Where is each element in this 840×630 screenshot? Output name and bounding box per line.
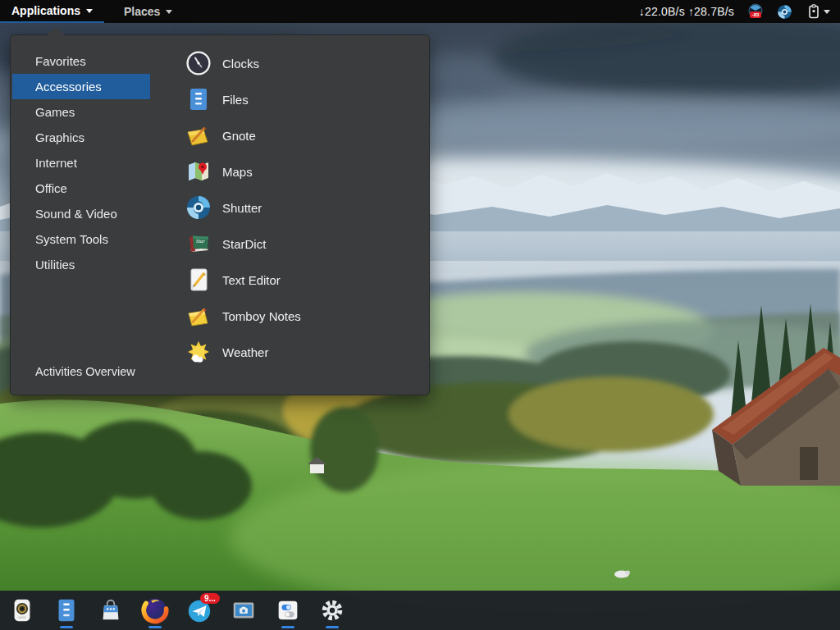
- menu-app-gnote[interactable]: Gnote: [185, 117, 423, 153]
- dock-screenshot-tool[interactable]: [221, 591, 266, 630]
- applications-label: Applications: [11, 4, 80, 17]
- category-internet[interactable]: Internet: [12, 150, 150, 176]
- notification-badge: 9...: [200, 593, 220, 604]
- stardict-icon: Star: [185, 231, 212, 257]
- dock-telegram[interactable]: 9...: [177, 591, 221, 630]
- screenshot-tool-icon: [230, 596, 258, 624]
- clocks-icon: [185, 50, 212, 76]
- maps-icon: [185, 158, 212, 185]
- category-sound-video[interactable]: Sound & Video: [12, 201, 150, 226]
- app-label: Gnote: [222, 129, 256, 143]
- app-label: Files: [222, 93, 249, 107]
- system-menu-icon[interactable]: [806, 3, 830, 20]
- app-label: Weather: [222, 345, 268, 359]
- places-menu-button[interactable]: Places: [112, 0, 184, 23]
- desktop: Applications Places ↓22.0B/s ↑28.7B/s -8…: [0, 0, 840, 630]
- app-list: Clocks Files: [185, 45, 423, 370]
- menu-app-weather[interactable]: Weather: [185, 334, 423, 370]
- category-utilities[interactable]: Utilities: [12, 252, 150, 277]
- firefox-icon: [141, 596, 169, 624]
- applications-menu-button[interactable]: Applications: [0, 0, 104, 23]
- category-list: Favorites Accessories Games Graphics Int…: [12, 48, 150, 277]
- running-indicator: [148, 626, 162, 628]
- chevron-down-icon: [166, 10, 172, 14]
- menu-app-files[interactable]: Files: [185, 81, 423, 117]
- settings-gear-icon: [318, 596, 346, 624]
- text-editor-icon: [185, 267, 212, 293]
- svg-text:-83: -83: [752, 12, 760, 17]
- files-icon: [52, 596, 80, 624]
- menu-app-tomboy-notes[interactable]: Tomboy Notes: [185, 298, 423, 334]
- menu-app-clocks[interactable]: Clocks: [185, 45, 423, 81]
- category-accessories[interactable]: Accessories: [12, 74, 150, 99]
- dock-firefox[interactable]: [133, 591, 177, 630]
- category-graphics[interactable]: Graphics: [12, 125, 150, 150]
- app-label: Maps: [222, 165, 253, 179]
- system-tray: ↓22.0B/s ↑28.7B/s -83: [639, 0, 840, 23]
- places-label: Places: [124, 5, 160, 18]
- dock-webcam-app[interactable]: [0, 591, 44, 630]
- menu-app-maps[interactable]: Maps: [185, 153, 423, 189]
- dock-files[interactable]: [44, 591, 89, 630]
- tomboy-notes-icon: [185, 303, 212, 329]
- menu-app-shutter[interactable]: Shutter: [185, 189, 423, 226]
- app-label: Clocks: [222, 57, 259, 71]
- app-label: StarDict: [222, 237, 266, 251]
- running-indicator: [326, 626, 339, 628]
- weather-icon: [185, 339, 212, 365]
- webcam-app-icon: [8, 596, 36, 624]
- monitor-badge-icon[interactable]: -83: [747, 3, 764, 20]
- software-bag-icon: [97, 596, 125, 624]
- app-label: Tomboy Notes: [222, 309, 301, 323]
- chevron-down-icon: [824, 10, 830, 14]
- category-games[interactable]: Games: [12, 99, 150, 125]
- top-bar: Applications Places ↓22.0B/s ↑28.7B/s -8…: [0, 0, 840, 23]
- files-icon: [185, 86, 212, 112]
- menu-app-text-editor[interactable]: Text Editor: [185, 262, 423, 298]
- dock-tweaks[interactable]: [266, 591, 310, 630]
- category-office[interactable]: Office: [12, 176, 150, 201]
- svg-text:Star: Star: [196, 238, 205, 244]
- app-label: Shutter: [222, 201, 262, 215]
- category-favorites[interactable]: Favorites: [12, 48, 150, 74]
- shutter-icon: [185, 194, 212, 221]
- gnote-icon: [185, 122, 212, 148]
- running-indicator: [281, 626, 294, 628]
- shutter-tray-icon[interactable]: [777, 4, 792, 20]
- running-indicator: [60, 626, 73, 628]
- net-speed-indicator[interactable]: ↓22.0B/s ↑28.7B/s: [639, 5, 734, 18]
- dock-software[interactable]: [89, 591, 133, 630]
- dock: 9...: [0, 591, 840, 630]
- activities-overview-link[interactable]: Activities Overview: [35, 365, 135, 378]
- chevron-down-icon: [86, 9, 93, 13]
- tweaks-icon: [274, 596, 302, 624]
- category-system-tools[interactable]: System Tools: [12, 226, 150, 252]
- applications-menu-popup: Favorites Accessories Games Graphics Int…: [10, 34, 430, 395]
- dock-settings[interactable]: [310, 591, 354, 630]
- menu-app-stardict[interactable]: Star StarDict: [185, 226, 423, 262]
- app-label: Text Editor: [222, 273, 281, 287]
